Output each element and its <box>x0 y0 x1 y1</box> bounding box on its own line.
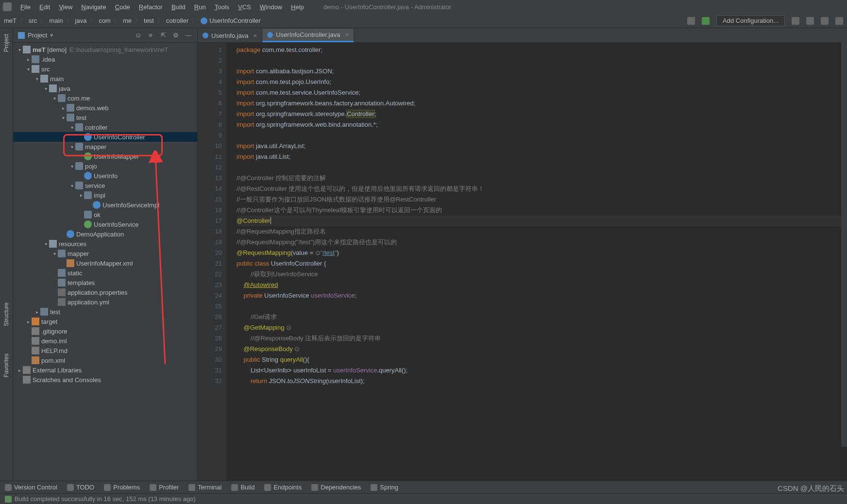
crumb-item[interactable]: test <box>144 17 154 24</box>
cls-icon <box>93 201 101 209</box>
close-icon[interactable]: × <box>345 31 349 38</box>
bottom-tab-version-control[interactable]: Version Control <box>5 484 57 491</box>
fld-o-icon <box>40 75 48 83</box>
crumb-item[interactable]: meT <box>4 17 17 24</box>
error-stripe[interactable] <box>841 43 847 447</box>
favorites-tool-tab[interactable]: Favorites <box>1 350 12 381</box>
tree-node[interactable]: UserInfoController <box>13 132 197 142</box>
crumb-item[interactable]: main <box>49 17 63 24</box>
user-icon[interactable] <box>687 17 695 25</box>
menu-build[interactable]: Build <box>168 2 189 12</box>
bottom-tab-dependencies[interactable]: Dependencies <box>311 484 361 491</box>
tree-node[interactable]: ▸demos.web <box>13 103 197 113</box>
int-icon <box>84 152 92 160</box>
crumb-item[interactable]: src <box>29 17 37 24</box>
tree-node[interactable]: ▾resources <box>13 239 197 249</box>
tree-node[interactable]: demo.iml <box>13 336 197 346</box>
menu-window[interactable]: Window <box>256 2 286 12</box>
bottom-tab-profiler[interactable]: Profiler <box>150 484 179 491</box>
tree-node[interactable]: ▾java <box>13 84 197 93</box>
crumb-item[interactable]: me <box>123 17 132 24</box>
collapse-all-icon[interactable]: ⇱ <box>159 32 167 39</box>
tree-node[interactable]: Scratches and Consoles <box>13 375 197 385</box>
menu-file[interactable]: File <box>17 2 34 12</box>
fld-o-icon <box>49 84 57 92</box>
debug-icon[interactable] <box>806 17 814 25</box>
bottom-tab-problems[interactable]: Problems <box>104 484 140 491</box>
breadcrumbs[interactable]: meT〉src〉main〉java〉com〉me〉test〉cotroller〉… <box>4 17 261 25</box>
menu-refactor[interactable]: Refactor <box>135 2 167 12</box>
bottom-tab-spring[interactable]: Spring <box>371 484 398 491</box>
expand-all-icon[interactable]: ≡ <box>147 32 154 39</box>
coverage-icon[interactable] <box>821 17 829 25</box>
crumb-item[interactable]: com <box>99 17 111 24</box>
tree-node[interactable]: static <box>13 268 197 278</box>
menu-code[interactable]: Code <box>111 2 134 12</box>
crumb-item[interactable]: java <box>75 17 87 24</box>
tree-node[interactable]: HELP.md <box>13 346 197 355</box>
tree-node[interactable]: ▾com.me <box>13 93 197 103</box>
tree-node[interactable]: UserInfoService <box>13 219 197 229</box>
tree-node[interactable]: ▾service <box>13 181 197 190</box>
editor-tab[interactable]: UserInfo.java× <box>198 29 262 42</box>
tree-node[interactable]: UserInfoMapper.xml <box>13 258 197 268</box>
tree-node[interactable]: application.yml <box>13 297 197 307</box>
locate-icon[interactable]: ⊙ <box>134 32 142 39</box>
stop-icon[interactable] <box>835 17 843 25</box>
tree-node[interactable]: ▾main <box>13 74 197 84</box>
menu-tools[interactable]: Tools <box>211 2 233 12</box>
crumb-item[interactable]: UserInfoController <box>209 17 261 24</box>
add-configuration-button[interactable]: Add Configuration... <box>716 15 785 26</box>
bottom-tab-build[interactable]: Build <box>231 484 254 491</box>
hammer-icon[interactable] <box>702 17 710 25</box>
code-editor[interactable]: 1234567891011121314151617181920212223242… <box>198 43 847 481</box>
crumb-item[interactable]: cotroller <box>166 17 188 24</box>
structure-tool-tab[interactable]: Structure <box>1 299 12 330</box>
line-gutter[interactable]: 1234567891011121314151617181920212223242… <box>198 43 227 481</box>
file-icon <box>23 376 31 384</box>
tree-node[interactable]: UserInfoMapper <box>13 151 197 161</box>
tree-node[interactable]: application.properties <box>13 287 197 297</box>
tree-node[interactable]: UserInfo <box>13 171 197 181</box>
status-bar: Build completed successfully in 16 sec, … <box>0 493 847 504</box>
gear-icon[interactable]: ⚙ <box>172 32 180 39</box>
tree-node[interactable]: ▾meT [demo]E:\houduan\spring_framework\m… <box>13 45 197 54</box>
project-panel-title[interactable]: Project <box>28 32 47 39</box>
menu-run[interactable]: Run <box>190 2 210 12</box>
file-icon <box>32 337 39 345</box>
tree-node[interactable]: ▾impl <box>13 190 197 200</box>
menu-vcs[interactable]: VCS <box>234 2 255 12</box>
tree-node[interactable]: templates <box>13 278 197 287</box>
menu-edit[interactable]: Edit <box>35 2 54 12</box>
tree-node[interactable]: ok <box>13 210 197 219</box>
status-text: Build completed successfully in 16 sec, … <box>15 495 196 503</box>
menu-navigate[interactable]: Navigate <box>77 2 110 12</box>
bottom-tab-endpoints[interactable]: Endpoints <box>264 484 302 491</box>
editor-tab[interactable]: UserInfoController.java× <box>262 29 354 42</box>
menu-help[interactable]: Help <box>287 2 308 12</box>
tree-node[interactable]: ▾test <box>13 113 197 122</box>
code-body[interactable]: package com.me.test.cotroller; import co… <box>227 43 847 481</box>
tree-node[interactable]: UserInfoServiceImpl <box>13 200 197 210</box>
tree-node[interactable]: DemoApplication <box>13 229 197 239</box>
hide-icon[interactable]: — <box>185 32 192 39</box>
bottom-tab-todo[interactable]: TODO <box>67 484 94 491</box>
tree-node[interactable]: ▸test <box>13 307 197 317</box>
tree-node[interactable]: ▾mapper <box>13 249 197 258</box>
tree-node[interactable]: pom.xml <box>13 355 197 365</box>
close-icon[interactable]: × <box>254 32 257 39</box>
run-icon[interactable] <box>792 17 799 25</box>
tree-node[interactable]: ▸.idea <box>13 54 197 64</box>
project-tree[interactable]: ▾meT [demo]E:\houduan\spring_framework\m… <box>13 43 197 481</box>
tree-node[interactable]: ▾src <box>13 64 197 74</box>
tree-node[interactable]: .gitignore <box>13 326 197 336</box>
tree-node[interactable]: ▸target <box>13 317 197 326</box>
tree-node[interactable]: ▾mapper <box>13 142 197 151</box>
bottom-tab-terminal[interactable]: Terminal <box>188 484 221 491</box>
tree-node[interactable]: ▾cotroller <box>13 122 197 132</box>
tree-node[interactable]: ▸External Libraries <box>13 365 197 375</box>
chevron-down-icon[interactable]: ▾ <box>50 32 53 39</box>
tree-node[interactable]: ▾pojo <box>13 161 197 171</box>
project-tool-tab[interactable]: Project <box>1 30 12 56</box>
menu-view[interactable]: View <box>55 2 76 12</box>
